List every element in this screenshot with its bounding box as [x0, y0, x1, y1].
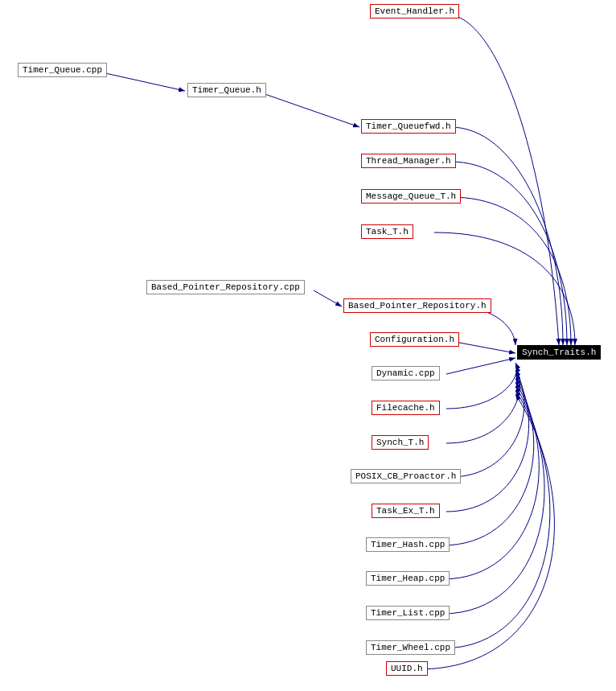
node-timer-queuefwd: Timer_Queuefwd.h [361, 119, 456, 134]
svg-line-5 [446, 358, 515, 374]
node-synch-t: Synch_T.h [372, 435, 429, 450]
dependency-diagram: Event_Handler.h Timer_Queue.cpp Timer_Qu… [0, 0, 616, 691]
node-timer-queue-h: Timer_Queue.h [187, 83, 266, 97]
svg-line-3 [314, 290, 342, 306]
node-posix-cb: POSIX_CB_Proactor.h [351, 469, 461, 483]
node-event-handler: Event_Handler.h [370, 4, 459, 19]
node-task-t: Task_T.h [361, 224, 413, 239]
node-uuid: UUID.h [386, 661, 428, 676]
node-timer-hash: Timer_Hash.cpp [366, 537, 450, 552]
node-timer-wheel: Timer_Wheel.cpp [366, 640, 455, 655]
svg-line-1 [105, 73, 185, 91]
node-based-ptr-h: Based_Pointer_Repository.h [343, 298, 491, 313]
node-configuration: Configuration.h [370, 332, 459, 347]
node-filecache: Filecache.h [372, 401, 440, 415]
node-synch-traits: Synch_Traits.h [517, 345, 601, 360]
svg-line-2 [256, 91, 359, 127]
node-timer-queue-cpp: Timer_Queue.cpp [18, 63, 107, 77]
node-timer-heap: Timer_Heap.cpp [366, 571, 450, 586]
node-timer-list: Timer_List.cpp [366, 606, 450, 620]
node-message-queue: Message_Queue_T.h [361, 189, 461, 204]
node-task-ex: Task_Ex_T.h [372, 504, 440, 518]
node-thread-manager: Thread_Manager.h [361, 154, 456, 168]
node-dynamic-cpp: Dynamic.cpp [372, 366, 440, 380]
node-based-ptr-cpp: Based_Pointer_Repository.cpp [146, 280, 305, 294]
